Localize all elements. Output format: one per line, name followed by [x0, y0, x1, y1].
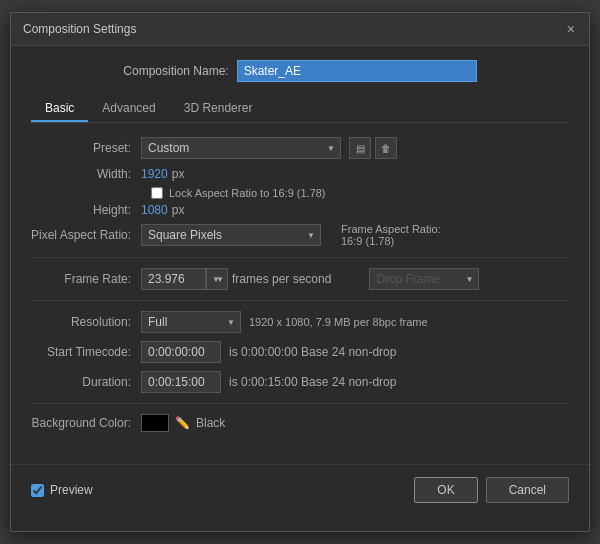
start-timecode-input[interactable]	[141, 341, 221, 363]
footer-buttons: OK Cancel	[414, 477, 569, 503]
preset-row: Preset: Custom ▤ 🗑	[31, 137, 569, 159]
lock-aspect-row: Lock Aspect Ratio to 16:9 (1.78)	[151, 187, 569, 199]
bgcolor-label: Background Color:	[31, 416, 141, 430]
framerate-input[interactable]	[141, 268, 206, 290]
duration-input[interactable]	[141, 371, 221, 393]
framerate-row: Frame Rate: ▼ frames per second Drop Fra…	[31, 268, 569, 290]
resolution-row: Resolution: Full 1920 x 1080, 7.9 MB per…	[31, 311, 569, 333]
lock-aspect-label: Lock Aspect Ratio to 16:9 (1.78)	[169, 187, 326, 199]
width-value[interactable]: 1920	[141, 167, 168, 181]
dropframe-wrapper: Drop Frame ▼	[349, 268, 479, 290]
preset-select[interactable]: Custom	[141, 137, 341, 159]
start-timecode-row: Start Timecode: is 0:00:00:00 Base 24 no…	[31, 341, 569, 363]
save-preset-icon: ▤	[356, 143, 365, 154]
resolution-select[interactable]: Full	[141, 311, 241, 333]
framerate-dropdown[interactable]	[206, 268, 228, 290]
framerate-dropdown-wrapper: ▼	[206, 268, 226, 290]
far-label: Frame Aspect Ratio:	[341, 223, 441, 235]
divider-1	[31, 257, 569, 258]
par-label: Pixel Aspect Ratio:	[31, 228, 141, 242]
dropframe-select[interactable]: Drop Frame	[369, 268, 479, 290]
tab-basic[interactable]: Basic	[31, 96, 88, 122]
preview-label: Preview	[50, 483, 93, 497]
preview-checkbox[interactable]	[31, 484, 44, 497]
bgcolor-row: Background Color: ✏️ Black	[31, 414, 569, 432]
far-value: 16:9 (1.78)	[341, 235, 394, 247]
dialog-title: Composition Settings	[23, 22, 136, 36]
eyedropper-icon[interactable]: ✏️	[175, 416, 190, 430]
preset-delete-button[interactable]: 🗑	[375, 137, 397, 159]
frame-aspect-block: Frame Aspect Ratio: 16:9 (1.78)	[341, 223, 441, 247]
comp-name-input[interactable]	[237, 60, 477, 82]
par-select[interactable]: Square Pixels	[141, 224, 321, 246]
divider-3	[31, 403, 569, 404]
close-button[interactable]: ×	[565, 21, 577, 37]
resolution-select-wrapper: Full	[141, 311, 241, 333]
framerate-label: Frame Rate:	[31, 272, 141, 286]
delete-preset-icon: 🗑	[381, 143, 391, 154]
height-value[interactable]: 1080	[141, 203, 168, 217]
height-row: Height: 1080 px	[31, 203, 569, 217]
tab-3d-renderer[interactable]: 3D Renderer	[170, 96, 267, 122]
lock-aspect-checkbox[interactable]	[151, 187, 163, 199]
width-unit: px	[172, 167, 185, 181]
width-label: Width:	[31, 167, 141, 181]
start-timecode-label: Start Timecode:	[31, 345, 141, 359]
dialog-body: Composition Name: Basic Advanced 3D Rend…	[11, 46, 589, 454]
preset-select-wrapper: Custom	[141, 137, 341, 159]
duration-row: Duration: is 0:00:15:00 Base 24 non-drop	[31, 371, 569, 393]
par-row: Pixel Aspect Ratio: Square Pixels Frame …	[31, 223, 569, 247]
duration-info: is 0:00:15:00 Base 24 non-drop	[229, 375, 396, 389]
divider-2	[31, 300, 569, 301]
height-unit: px	[172, 203, 185, 217]
bgcolor-swatch[interactable]	[141, 414, 169, 432]
par-and-far: Square Pixels Frame Aspect Ratio: 16:9 (…	[141, 223, 441, 247]
comp-name-row: Composition Name:	[31, 60, 569, 82]
height-label: Height:	[31, 203, 141, 217]
comp-name-label: Composition Name:	[123, 64, 228, 78]
tabs-bar: Basic Advanced 3D Renderer	[31, 96, 569, 123]
composition-settings-dialog: Composition Settings × Composition Name:…	[10, 12, 590, 532]
fps-label: frames per second	[232, 272, 331, 286]
resolution-info: 1920 x 1080, 7.9 MB per 8bpc frame	[249, 316, 428, 328]
ok-button[interactable]: OK	[414, 477, 477, 503]
preset-label: Preset:	[31, 141, 141, 155]
width-row: Width: 1920 px	[31, 167, 569, 181]
dialog-footer: Preview OK Cancel	[11, 464, 589, 517]
cancel-button[interactable]: Cancel	[486, 477, 569, 503]
bgcolor-name: Black	[196, 416, 225, 430]
tab-advanced[interactable]: Advanced	[88, 96, 169, 122]
title-bar: Composition Settings ×	[11, 13, 589, 46]
resolution-label: Resolution:	[31, 315, 141, 329]
preview-row: Preview	[31, 483, 93, 497]
preset-icons: ▤ 🗑	[349, 137, 397, 159]
start-timecode-info: is 0:00:00:00 Base 24 non-drop	[229, 345, 396, 359]
duration-label: Duration:	[31, 375, 141, 389]
par-select-wrapper: Square Pixels	[141, 224, 321, 246]
preset-save-button[interactable]: ▤	[349, 137, 371, 159]
